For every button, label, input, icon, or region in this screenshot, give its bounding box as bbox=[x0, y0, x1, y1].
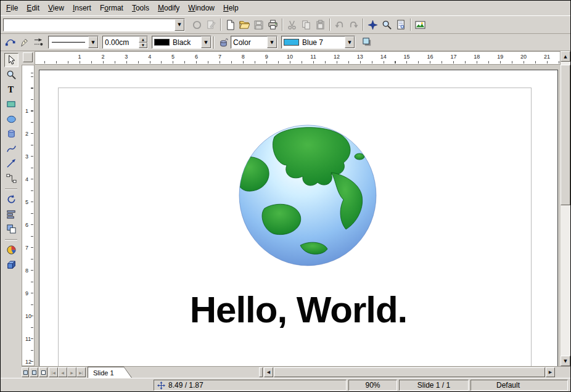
gallery-button[interactable] bbox=[413, 18, 427, 32]
line-color-dropdown-icon[interactable]: ▼ bbox=[201, 36, 211, 48]
tab-splitter-handle[interactable] bbox=[259, 367, 263, 377]
ruler-mark: 3 bbox=[125, 54, 128, 60]
line-color-swatch bbox=[154, 39, 170, 46]
fill-color-dropdown-icon[interactable]: ▼ bbox=[345, 36, 355, 48]
tab-corner-button[interactable] bbox=[22, 367, 29, 377]
hscroll-left-button[interactable]: ◀ bbox=[264, 367, 273, 377]
lines-arrows-tool-button[interactable] bbox=[4, 157, 18, 171]
fill-color-select[interactable]: Blue 7 ▼ bbox=[281, 36, 355, 49]
effects-icon bbox=[6, 245, 17, 255]
line-width-input[interactable] bbox=[103, 36, 139, 48]
view-mini-button-2[interactable] bbox=[39, 367, 47, 377]
menu-file[interactable]: File bbox=[2, 2, 22, 14]
vertical-scroll-thumb[interactable] bbox=[561, 65, 570, 205]
zoom-button[interactable] bbox=[380, 18, 394, 32]
vertical-ruler[interactable]: 123456789101112 bbox=[22, 65, 35, 366]
app-window: T FileEditViewInsertFormatToolsModifyWin… bbox=[0, 0, 571, 392]
print-document-button[interactable] bbox=[266, 18, 280, 32]
save-document-button[interactable] bbox=[252, 18, 266, 32]
edit-points-button[interactable] bbox=[3, 35, 17, 49]
menu-edit[interactable]: Edit bbox=[22, 2, 44, 14]
undo-button[interactable] bbox=[332, 18, 347, 32]
redo-button[interactable] bbox=[347, 18, 361, 32]
rectangle-tool-button[interactable] bbox=[4, 97, 18, 112]
fill-style-select[interactable]: Color ▼ bbox=[231, 36, 277, 49]
menu-window[interactable]: Window bbox=[184, 2, 219, 14]
url-input[interactable] bbox=[4, 19, 175, 31]
hscroll-right-button[interactable]: ▶ bbox=[546, 367, 555, 377]
line-dialog-button[interactable] bbox=[17, 35, 31, 49]
fill-style-value: Color bbox=[231, 38, 267, 47]
menu-format[interactable]: Format bbox=[96, 2, 128, 14]
ruler-mark: 4 bbox=[25, 176, 28, 182]
vertical-scrollbar[interactable]: ▲ ▼ bbox=[561, 51, 570, 366]
copy-button[interactable] bbox=[299, 18, 313, 32]
globe-image[interactable] bbox=[239, 125, 377, 266]
arrange-tool-button[interactable] bbox=[4, 222, 18, 236]
first-slide-button[interactable]: |◀ bbox=[49, 367, 58, 377]
status-style-cell[interactable]: Default bbox=[470, 380, 568, 391]
view-mini-button-1[interactable] bbox=[30, 367, 38, 377]
arrow-style-button[interactable] bbox=[31, 35, 46, 49]
curve-tool-button[interactable] bbox=[4, 142, 18, 156]
spin-down-icon[interactable]: ▼ bbox=[139, 43, 147, 49]
last-slide-button[interactable]: ▶| bbox=[76, 367, 86, 377]
ruler-mark: 15 bbox=[404, 54, 410, 60]
horizontal-ruler[interactable]: 123456789101112131415161718192021 bbox=[35, 51, 561, 65]
status-zoom-cell[interactable]: 90% bbox=[348, 380, 397, 391]
line-style-dropdown-icon[interactable]: ▼ bbox=[88, 36, 98, 48]
shadow-icon bbox=[362, 37, 372, 47]
status-position-cell[interactable]: 8.49 / 1.87 bbox=[154, 380, 347, 391]
status-slide-cell[interactable]: Slide 1 / 1 bbox=[399, 380, 469, 391]
menu-insert[interactable]: Insert bbox=[68, 2, 96, 14]
slide-tab[interactable]: Slide 1 bbox=[88, 367, 132, 378]
select-tool-button[interactable] bbox=[4, 53, 18, 67]
toolbar-separator bbox=[5, 189, 17, 190]
spin-up-icon[interactable]: ▲ bbox=[139, 36, 147, 43]
open-document-button[interactable] bbox=[237, 18, 252, 32]
rotate-tool-button[interactable] bbox=[4, 192, 18, 206]
zoom-tool-button[interactable] bbox=[4, 68, 18, 82]
line-color-select[interactable]: Black ▼ bbox=[152, 36, 212, 49]
slide-title-text[interactable]: Hello, World. bbox=[39, 288, 557, 331]
area-dialog-button[interactable] bbox=[216, 35, 231, 49]
url-combobox[interactable]: ▼ bbox=[3, 18, 185, 31]
navigator-button[interactable] bbox=[366, 18, 380, 32]
cut-button[interactable] bbox=[285, 18, 299, 32]
ruler-mark: 5 bbox=[171, 54, 175, 60]
new-document-button[interactable] bbox=[223, 18, 237, 32]
shadow-button[interactable] bbox=[360, 35, 374, 49]
ellipse-tool-button[interactable] bbox=[4, 112, 18, 126]
stop-loading-button[interactable] bbox=[190, 18, 204, 32]
3d-objects-tool-button[interactable] bbox=[4, 127, 18, 141]
fill-style-dropdown-icon[interactable]: ▼ bbox=[267, 36, 277, 48]
effects-tool-button[interactable] bbox=[4, 243, 18, 257]
menu-tools[interactable]: Tools bbox=[128, 2, 154, 14]
menu-modify[interactable]: Modify bbox=[154, 2, 184, 14]
canvas[interactable]: Hello, World. bbox=[35, 65, 561, 366]
alignment-tool-button[interactable] bbox=[4, 207, 18, 221]
ruler-origin-button[interactable] bbox=[22, 51, 35, 65]
line-style-sample bbox=[52, 42, 85, 43]
text-tool-button[interactable] bbox=[4, 83, 18, 97]
url-dropdown-icon[interactable]: ▼ bbox=[175, 19, 184, 31]
line-width-field[interactable]: ▲ ▼ bbox=[102, 36, 148, 49]
ruler-mark: 1 bbox=[25, 108, 28, 114]
slide-tab-face: Slide 1 bbox=[88, 367, 131, 378]
next-slide-button[interactable]: ▶ bbox=[67, 367, 76, 377]
paste-button[interactable] bbox=[313, 18, 327, 32]
menu-view[interactable]: View bbox=[44, 2, 68, 14]
edit-file-button[interactable] bbox=[204, 18, 218, 32]
cut-icon bbox=[287, 20, 297, 30]
previous-slide-button[interactable]: ◀ bbox=[58, 367, 67, 377]
slide-page[interactable]: Hello, World. bbox=[39, 70, 558, 366]
scroll-down-button[interactable]: ▼ bbox=[561, 356, 570, 366]
page-view-button[interactable] bbox=[394, 18, 408, 32]
connector-tool-button[interactable] bbox=[4, 171, 18, 186]
line-style-select[interactable]: ▼ bbox=[48, 36, 99, 49]
menu-help[interactable]: Help bbox=[219, 2, 243, 14]
ruler-mark: 7 bbox=[25, 245, 28, 251]
interaction-tool-button[interactable] bbox=[4, 258, 18, 272]
horizontal-scroll-thumb[interactable] bbox=[274, 367, 545, 377]
scroll-up-button[interactable]: ▲ bbox=[561, 51, 570, 62]
